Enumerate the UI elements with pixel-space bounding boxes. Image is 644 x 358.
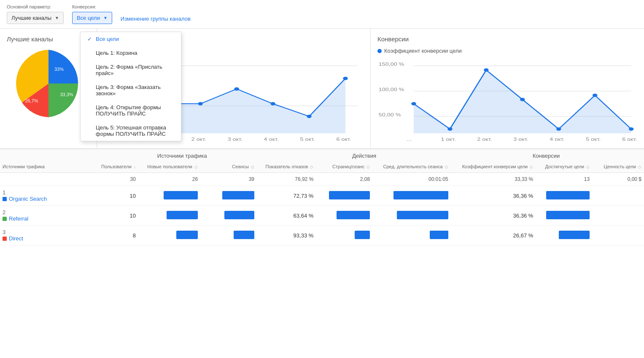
svg-point-35 — [629, 127, 633, 131]
direct-link[interactable]: Direct — [3, 235, 92, 242]
group-label-actions: Действия — [273, 153, 455, 161]
conversion-dropdown-label: Все цели — [77, 15, 100, 21]
th-users[interactable]: Пользователи ↓ — [94, 161, 138, 173]
row2-value — [592, 206, 644, 226]
summary-label — [0, 173, 94, 186]
summary-row: 30 26 39 76,92 % 2,08 00:01:05 33,33 % 1… — [0, 173, 644, 186]
bar — [222, 191, 254, 199]
row3-value — [592, 226, 644, 245]
dropdown-option-1[interactable]: Цель 1: Корзина — [81, 46, 181, 60]
svg-text:3 окт.: 3 окт. — [228, 137, 243, 142]
group-label-traffic: Источники трафика — [91, 153, 273, 161]
bar — [546, 211, 590, 219]
summary-new-users: 26 — [138, 173, 200, 186]
check-placeholder-4 — [87, 104, 93, 110]
svg-point-10 — [198, 102, 202, 105]
conversions-legend: Коэффициент конверсии цели — [377, 48, 637, 54]
summary-goals: 13 — [536, 173, 592, 186]
row2-bounce: 63,64 % — [257, 206, 316, 226]
svg-text:...: ... — [407, 137, 412, 142]
bar — [329, 191, 370, 199]
dropdown-option-all[interactable]: ✓ Все цели — [81, 32, 181, 46]
bar — [167, 211, 198, 219]
th-duration[interactable]: Сред. длительность сеанса ◇ — [372, 161, 451, 173]
table-row: 1 Organic Search 10 72,73 % — [0, 186, 644, 206]
row3-bounce: 93,33 % — [257, 226, 316, 245]
svg-text:26,7%: 26,7% — [25, 98, 38, 103]
svg-text:5 окт.: 5 окт. — [300, 137, 315, 142]
svg-point-33 — [556, 127, 561, 131]
data-table: Источники трафика Пользователи ↓ Новые п… — [0, 161, 644, 245]
row3-new-users-bar — [138, 226, 200, 245]
th-value[interactable]: Ценность цели ◇ — [592, 161, 644, 173]
bar — [559, 231, 590, 239]
conversion-dropdown-menu: ✓ Все цели Цель 1: Корзина Цель 2: Форма… — [80, 32, 181, 141]
svg-point-14 — [343, 77, 348, 80]
row1-goals-bar — [536, 186, 592, 206]
th-new-users[interactable]: Новые пользователи ◇ — [138, 161, 200, 173]
bar — [546, 191, 590, 199]
conversions-chart-area: 150,00 % 100,00 % 50,00 % — [377, 57, 637, 142]
th-conv-rate[interactable]: Коэффициент конверсии цели ◇ — [451, 161, 536, 173]
th-bounce[interactable]: Показатель отказов ◇ — [257, 161, 316, 173]
svg-text:150,00 %: 150,00 % — [379, 62, 404, 67]
row3-conv-rate: 26,67 % — [451, 226, 536, 245]
svg-point-13 — [307, 115, 311, 118]
summary-conv-rate: 33,33 % — [451, 173, 536, 186]
th-goals[interactable]: Достигнутые цели ◇ — [536, 161, 592, 173]
svg-text:33%: 33% — [54, 67, 63, 72]
primary-dropdown[interactable]: Лучшие каналы ▼ — [7, 12, 64, 24]
bar — [397, 211, 448, 219]
dropdown-option-3[interactable]: Цель 3: Форма «Заказать звонок» — [81, 80, 181, 100]
svg-text:33,3%: 33,3% — [60, 92, 73, 97]
primary-dropdown-arrow: ▼ — [55, 16, 59, 20]
row1-conv-rate: 36,36 % — [451, 186, 536, 206]
th-channel: Источники трафика — [0, 161, 94, 173]
table-row: 3 Direct 8 93,33 % — [0, 226, 644, 245]
referral-link[interactable]: Referral — [3, 215, 92, 222]
conversions-legend-dot — [377, 49, 382, 53]
dropdown-option-5[interactable]: Цель 5: Успешная отправка формы ПОЛУЧИТЬ… — [81, 121, 181, 141]
summary-sessions: 39 — [200, 173, 257, 186]
primary-dropdown-label: Лучшие каналы — [11, 15, 51, 21]
bar — [355, 231, 370, 239]
organic-search-link[interactable]: Organic Search — [3, 196, 92, 202]
row2-conv-rate: 36,36 % — [451, 206, 536, 226]
summary-duration: 00:01:05 — [372, 173, 451, 186]
summary-pages: 2,08 — [316, 173, 372, 186]
svg-text:50,00 %: 50,00 % — [379, 113, 401, 117]
row2-new-users-bar — [138, 206, 200, 226]
svg-text:100,00 %: 100,00 % — [379, 87, 404, 92]
conversions-chart-title: Конверсии — [377, 35, 637, 43]
group-label-conversions: Конверсии — [455, 153, 637, 161]
svg-text:1 окт.: 1 окт. — [441, 137, 455, 142]
svg-point-34 — [593, 94, 597, 97]
bar — [164, 191, 198, 199]
dropdown-option-4[interactable]: Цель 4: Открытие формы ПОЛУЧИТЬ ПРАЙС — [81, 100, 181, 121]
organic-search-color — [3, 197, 7, 201]
th-pages[interactable]: Страниц/сеанс ◇ — [316, 161, 372, 173]
svg-text:3 окт.: 3 окт. — [513, 137, 528, 142]
svg-text:6 окт.: 6 окт. — [337, 137, 351, 142]
pie-title: Лучшие каналы — [7, 35, 53, 43]
conversions-chart-section: Конверсии Коэффициент конверсии цели 150… — [371, 29, 644, 148]
check-placeholder-3 — [87, 84, 93, 90]
svg-point-32 — [520, 98, 525, 101]
th-sessions[interactable]: Сеансы ◇ — [200, 161, 257, 173]
referral-color — [3, 217, 7, 221]
conversion-group: Конверсия: Все цели ▼ — [72, 4, 112, 24]
svg-point-12 — [270, 102, 275, 105]
row1-bounce: 72,73 % — [257, 186, 316, 206]
row1-sessions-bar — [200, 186, 257, 206]
svg-text:4 окт.: 4 окт. — [264, 137, 279, 142]
row3-goals-bar — [536, 226, 592, 245]
row3-pages-bar — [316, 226, 372, 245]
svg-point-11 — [234, 87, 239, 91]
conversion-dropdown-btn[interactable]: Все цели ▼ — [72, 12, 112, 24]
row2-goals-bar — [536, 206, 592, 226]
change-group-link[interactable]: Изменение группы каналов — [121, 16, 191, 22]
bottom-section: Источники трафика Действия Конверсии Ист… — [0, 148, 644, 245]
dropdown-option-2[interactable]: Цель 2: Форма «Прислать прайс» — [81, 60, 181, 80]
top-controls: Основной параметр: Лучшие каналы ▼ Конве… — [0, 0, 644, 28]
row2-pages-bar — [316, 206, 372, 226]
